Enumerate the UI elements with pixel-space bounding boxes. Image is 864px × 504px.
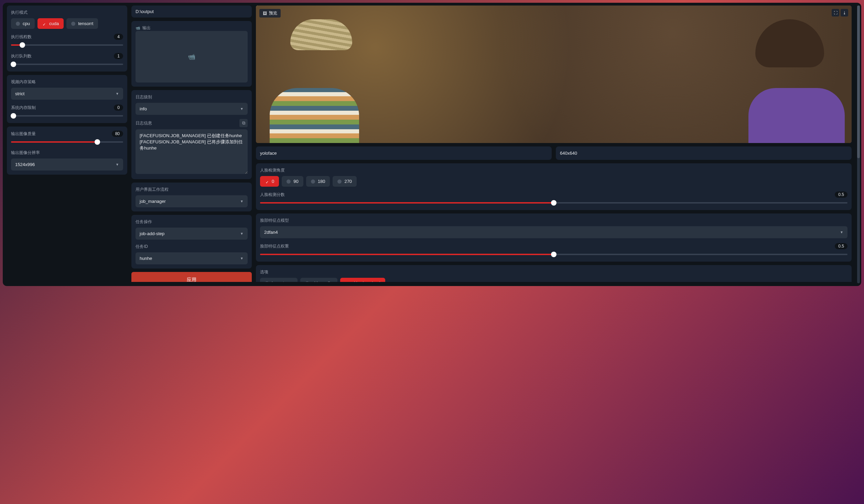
exec-provider-cpu[interactable]: cpu (11, 18, 35, 29)
queue-slider[interactable] (11, 61, 123, 67)
angle-270[interactable]: 270 (333, 176, 357, 187)
radio-dot-icon (16, 22, 20, 26)
video-placeholder[interactable]: 📹 (136, 31, 248, 83)
check-icon (345, 281, 349, 282)
thread-label: 执行线程数 (11, 34, 32, 40)
app-window: 执行模式 cpu cuda tensorrt 执行线程数 4 执行队列数 1 (3, 3, 861, 286)
loglevel-label: 日志级别 (136, 94, 248, 100)
radio-dot-icon (265, 281, 269, 282)
sysmem-slider[interactable] (11, 113, 123, 119)
jobid-select[interactable]: hunhe ▼ (136, 252, 248, 264)
camera-icon: 📹 (188, 53, 195, 61)
detector-model-select[interactable]: yoloface (260, 150, 548, 156)
radio-dot-icon (305, 281, 309, 282)
landmark-label: 脸部特征点模型 (260, 218, 847, 223)
workflow-select[interactable]: job_manager ▼ (136, 195, 248, 207)
check-icon (42, 22, 46, 26)
landmark-panel: 脸部特征点模型 2dfan4 ▼ 脸部特征点权重 0.5 (256, 213, 852, 262)
vram-select[interactable]: strict ▼ (11, 88, 123, 100)
preview-badge: 🖼 预览 (259, 9, 281, 18)
scroll-thumb[interactable] (857, 6, 860, 158)
radio-dot-icon (287, 179, 291, 184)
preview-panel: 🖼 预览 ⛶ ⭳ (256, 6, 852, 143)
middle-column: 📹 输出 📹 日志级别 info ▼ 日志信息 ⧉ 用户界面工作流程 job_m… (131, 6, 252, 282)
chevron-down-icon: ▼ (240, 107, 244, 111)
sysmem-label: 系统内存限制 (11, 105, 36, 111)
left-column: 执行模式 cpu cuda tensorrt 执行线程数 4 执行队列数 1 (7, 6, 127, 282)
check-icon (265, 179, 269, 184)
resolution-select[interactable]: 1524x996 ▼ (11, 158, 123, 171)
queue-label: 执行队列数 (11, 53, 32, 59)
download-button[interactable]: ⭳ (841, 9, 848, 17)
options-label: 选项 (260, 269, 847, 275)
angle-0[interactable]: 0 (260, 176, 279, 187)
thread-slider[interactable] (11, 42, 123, 48)
options-group: keep-temp skip-audio skip-download (260, 278, 847, 282)
log-panel: 日志级别 info ▼ 日志信息 ⧉ (131, 90, 252, 179)
download-icon: ⭳ (843, 11, 846, 15)
exec-provider-cuda[interactable]: cuda (37, 18, 64, 29)
radio-dot-icon (71, 22, 75, 26)
copy-icon: ⧉ (242, 120, 245, 126)
options-panel: 选项 keep-temp skip-audio skip-download (256, 265, 852, 282)
copy-button[interactable]: ⧉ (239, 119, 248, 127)
thread-value: 4 (114, 34, 123, 40)
output-video-panel: 📹 输出 📹 (131, 21, 252, 87)
detector-row: yoloface 640x640 (256, 146, 852, 160)
output-path-panel (131, 6, 252, 18)
quality-value: 80 (112, 131, 123, 137)
score-label: 人脸检测分数 (260, 192, 285, 198)
angle-180[interactable]: 180 (306, 176, 330, 187)
exec-provider-group: cpu cuda tensorrt (11, 18, 123, 29)
landmark-weight-slider[interactable] (260, 251, 847, 258)
landmark-weight-label: 脸部特征点权重 (260, 243, 289, 249)
chevron-down-icon: ▼ (116, 92, 119, 96)
job-panel: 任务操作 job-add-step ▼ 任务ID hunhe ▼ (131, 215, 252, 269)
option-skip-download[interactable]: skip-download (340, 278, 385, 282)
loglevel-select[interactable]: info ▼ (136, 103, 248, 115)
quality-label: 输出图像质量 (11, 131, 36, 137)
detector-size-select[interactable]: 640x640 (560, 150, 847, 156)
memory-panel: 视频内存策略 strict ▼ 系统内存限制 0 (7, 75, 127, 123)
exec-provider-tensorrt[interactable]: tensorrt (66, 18, 98, 29)
workflow-label: 用户界面工作流程 (136, 187, 248, 193)
score-slider[interactable] (260, 200, 847, 206)
loginfo-textarea[interactable] (136, 129, 248, 174)
angle-90[interactable]: 90 (282, 176, 303, 187)
image-icon: 🖼 (263, 11, 267, 16)
workflow-panel: 用户界面工作流程 job_manager ▼ (131, 183, 252, 211)
video-icon: 📹 (136, 26, 140, 30)
jobaction-select[interactable]: job-add-step ▼ (136, 228, 248, 240)
chevron-down-icon: ▼ (240, 199, 244, 203)
radio-dot-icon (311, 179, 315, 184)
queue-value: 1 (114, 53, 123, 59)
chevron-down-icon: ▼ (240, 232, 244, 235)
angle-label: 人脸检测角度 (260, 167, 847, 173)
option-keep-temp[interactable]: keep-temp (260, 278, 298, 282)
landmark-weight-value: 0.5 (835, 243, 847, 249)
landmark-select[interactable]: 2dfan4 ▼ (260, 226, 847, 238)
output-quality-panel: 输出图像质量 80 输出图像分辨率 1524x996 ▼ (7, 127, 127, 175)
exec-mode-panel: 执行模式 cpu cuda tensorrt 执行线程数 4 执行队列数 1 (7, 6, 127, 72)
option-skip-audio[interactable]: skip-audio (300, 278, 337, 282)
chevron-down-icon: ▼ (240, 256, 244, 260)
vram-label: 视频内存策略 (11, 79, 123, 85)
preview-image[interactable] (256, 6, 852, 143)
output-label: 输出 (142, 25, 151, 31)
resolution-label: 输出图像分辨率 (11, 150, 123, 156)
sysmem-value: 0 (114, 105, 123, 111)
scrollbar[interactable] (857, 6, 860, 283)
angle-panel: 人脸检测角度 0 90 180 270 人脸检测分数 0.5 (256, 163, 852, 210)
score-value: 0.5 (835, 191, 847, 198)
jobaction-label: 任务操作 (136, 219, 248, 225)
chevron-down-icon: ▼ (840, 230, 843, 234)
output-path-input[interactable] (136, 8, 248, 15)
exec-mode-label: 执行模式 (11, 10, 123, 15)
chevron-down-icon: ▼ (116, 163, 119, 166)
right-column: 🖼 预览 ⛶ ⭳ yoloface 640x640 人脸检测角度 (256, 6, 857, 282)
fullscreen-button[interactable]: ⛶ (832, 9, 839, 17)
angle-group: 0 90 180 270 (260, 176, 847, 187)
apply-button[interactable]: 应用 (131, 272, 252, 282)
quality-slider[interactable] (11, 139, 123, 145)
jobid-label: 任务ID (136, 244, 248, 250)
